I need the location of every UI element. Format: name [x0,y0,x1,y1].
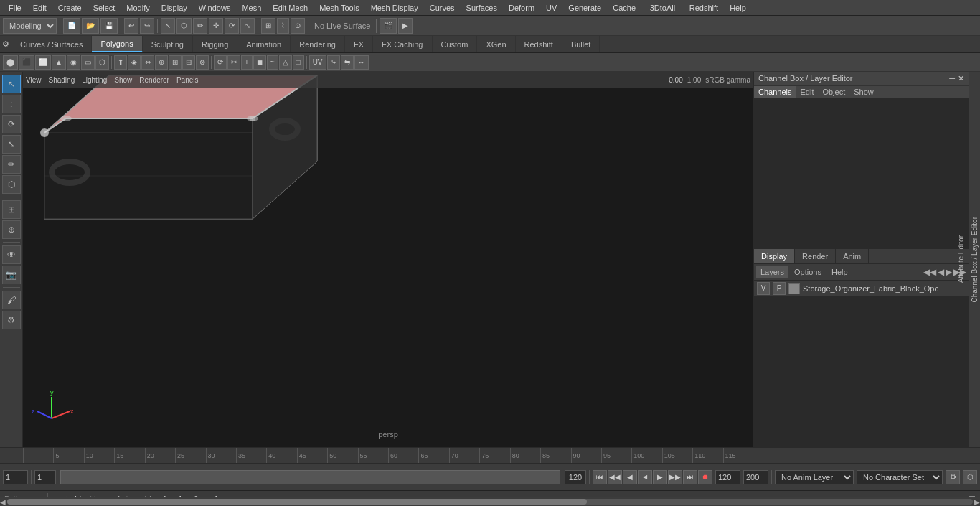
tab-rendering[interactable]: Rendering [291,36,345,52]
tab-display[interactable]: Display [754,249,795,263]
select-tool-btn[interactable]: ↖ [161,18,175,34]
tab-redshift[interactable]: Redshift [516,36,562,52]
paint-lt[interactable]: 🖌 [2,291,21,309]
vp-lighting-menu[interactable]: Lighting [82,76,107,84]
tab-animation[interactable]: Animation [237,36,291,52]
menu-redshift[interactable]: Redshift [684,2,724,14]
layers-nav-next[interactable]: ▶ [946,267,952,277]
layers-content[interactable]: ◀ ▶ [754,297,969,448]
shelf-bridge[interactable]: ⇔ [141,55,154,70]
go-to-end-btn[interactable]: ⏭ [683,470,697,484]
cb-close-btn[interactable]: ✕ [958,74,964,83]
cb-minimize-btn[interactable]: ─ [949,74,955,83]
select-tool-lt[interactable]: ↖ [2,75,21,93]
layers-nav-prev[interactable]: ◀ [938,267,944,277]
record-btn[interactable]: ⏺ [698,470,712,484]
tab-curves-surfaces[interactable]: Curves / Surfaces [11,36,92,52]
tab-custom[interactable]: Custom [433,36,478,52]
shelf-torus[interactable]: ◉ [67,55,80,70]
menu-mesh[interactable]: Mesh [236,2,267,14]
timeline[interactable]: 5101520253035404550556065707580859095100… [0,447,980,463]
tab-fx-caching[interactable]: FX Caching [373,36,432,52]
vp-show-menu[interactable]: Show [114,76,132,84]
move-tool-btn[interactable]: ✛ [209,18,223,34]
vp-shading-menu[interactable]: Shading [49,76,75,84]
layer-v-btn[interactable]: V [757,282,770,295]
cb-tab-channels[interactable]: Channels [754,86,796,98]
menu-3dtoall[interactable]: -3DtoAll- [641,2,684,14]
layer-color-swatch[interactable] [788,283,800,294]
shelf-cut[interactable]: ✂ [227,55,240,70]
tabs-left-arrow[interactable]: ⚙ [0,39,11,49]
shelf-boolean[interactable]: ⊗ [196,55,209,70]
anim-layer-dropdown[interactable]: No Anim Layer [775,470,854,484]
settings-lt[interactable]: ⚙ [2,311,21,329]
go-to-start-btn[interactable]: ⏮ [593,470,607,484]
shelf-quadrangulate[interactable]: □ [293,55,304,70]
tab-sculpting[interactable]: Sculpting [143,36,193,52]
menu-windows[interactable]: Windows [193,2,237,14]
shelf-plane[interactable]: ▭ [81,55,95,70]
menu-mesh-display[interactable]: Mesh Display [365,2,424,14]
vp-panels-menu[interactable]: Panels [176,76,199,84]
tab-rigging[interactable]: Rigging [193,36,237,52]
timeline-ruler[interactable]: 5101520253035404550556065707580859095100… [23,448,753,463]
snap-grid-btn[interactable]: ⊞ [261,18,275,34]
cb-tab-edit[interactable]: Edit [796,86,818,98]
display-lt[interactable]: 👁 [2,245,21,264]
shelf-uv[interactable]: UV [309,55,326,70]
shelf-mirror[interactable]: ⇆ [341,55,354,70]
sub-tab-layers[interactable]: Layers [756,266,788,278]
shelf-cylinder[interactable]: ⬜ [35,55,51,70]
shelf-triangulate[interactable]: △ [279,55,292,70]
menu-file[interactable]: File [3,2,27,14]
shelf-bevel[interactable]: ◈ [128,55,141,70]
menu-select[interactable]: Select [88,2,121,14]
shelf-cone[interactable]: ▲ [52,55,66,70]
ipr-btn[interactable]: ▶ [398,18,413,34]
vp-view-menu[interactable]: View [26,76,42,84]
menu-display[interactable]: Display [156,2,193,14]
snap-point-btn[interactable]: ⊙ [291,18,305,34]
scale-tool-btn[interactable]: ⤡ [240,18,255,34]
shelf-platonic[interactable]: ⬡ [95,55,109,70]
menu-generate[interactable]: Generate [562,2,607,14]
menu-modify[interactable]: Modify [121,2,155,14]
shelf-merge[interactable]: ⊕ [155,55,168,70]
menu-mesh-tools[interactable]: Mesh Tools [314,2,364,14]
menu-deform[interactable]: Deform [503,2,540,14]
menu-cache[interactable]: Cache [607,2,641,14]
lasso-tool-btn[interactable]: ⬡ [176,18,192,34]
custom1-lt[interactable]: ✏ [2,155,21,174]
settings-btn[interactable]: ⚙ [946,470,960,484]
rotate-tool-btn[interactable]: ⟳ [225,18,239,34]
shelf-edge-loop[interactable]: ⟳ [214,55,227,70]
custom2-lt[interactable]: ⬡ [2,175,21,194]
cb-tab-show[interactable]: Show [849,86,878,98]
save-scene-btn[interactable]: 💾 [100,18,118,34]
open-scene-btn[interactable]: 📂 [82,18,99,34]
workspace-dropdown[interactable]: Modeling [3,18,57,34]
paint-tool-btn[interactable]: ✏ [193,18,207,34]
playback-scrubber[interactable] [60,470,560,484]
menu-edit[interactable]: Edit [27,2,52,14]
play-back-btn[interactable]: ◀ [638,470,652,484]
viewport[interactable]: View Shading Lighting Show Renderer Pane… [23,72,753,447]
range-end-input[interactable] [565,470,586,484]
undo-btn[interactable]: ↩ [124,18,138,34]
range-start-input[interactable] [34,470,56,484]
transform-lt[interactable]: ↕ [2,95,21,113]
shelf-extrude[interactable]: ⬆ [114,55,127,70]
current-frame-input[interactable] [3,470,28,484]
next-frame-btn[interactable]: ▶▶ [668,470,682,484]
char-set-dropdown[interactable]: No Character Set [857,470,943,484]
sub-tab-help[interactable]: Help [827,266,852,278]
shelf-combine[interactable]: ⊞ [169,55,182,70]
shelf-sphere[interactable]: ⬤ [3,55,18,70]
tab-xgen[interactable]: XGen [477,36,515,52]
shelf-fill[interactable]: ◼ [253,55,266,70]
end-frame-input[interactable] [715,470,740,484]
mirror-lt[interactable]: ⊕ [2,220,21,239]
rotate-lt[interactable]: ⟳ [2,115,21,133]
menu-help[interactable]: Help [724,2,752,14]
